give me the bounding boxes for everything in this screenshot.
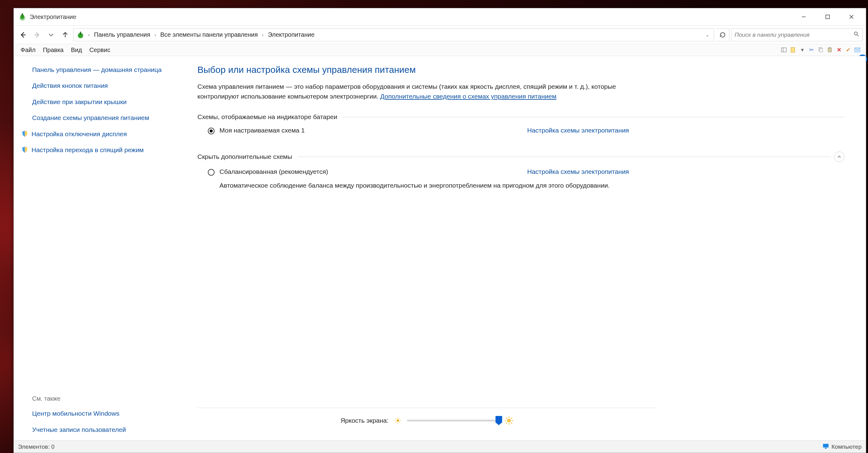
more-info-link[interactable]: Дополнительные сведения о схемах управле… <box>380 93 556 100</box>
brightness-slider[interactable] <box>407 420 499 421</box>
svg-line-34 <box>506 418 507 419</box>
paste-icon[interactable] <box>826 46 833 54</box>
plan-label: Моя настраиваемая схема 1 <box>219 127 305 134</box>
chevron-down-icon[interactable]: ▾ <box>799 46 806 54</box>
brightness-bar: Яркость экрана: <box>197 408 656 434</box>
sidebar-link-lid-close[interactable]: Действие при закрытии крышки <box>32 97 162 107</box>
svg-rect-9 <box>80 32 81 35</box>
breadcrumb-item[interactable]: Панель управления <box>92 30 152 39</box>
search-icon[interactable] <box>853 31 860 38</box>
radio-plan-balanced[interactable] <box>208 169 215 176</box>
section-battery-plans: Схемы, отображаемые на индикаторе батаре… <box>197 113 844 121</box>
see-also-label: См. также <box>32 389 162 402</box>
mail-icon[interactable] <box>854 46 861 54</box>
pane-icon[interactable] <box>780 46 787 54</box>
power-options-icon <box>76 31 85 39</box>
window-controls <box>792 11 863 23</box>
breadcrumb-item[interactable]: Все элементы панели управления <box>159 30 260 39</box>
check-icon[interactable]: ✔ <box>844 46 852 54</box>
sidebar-link-display-off[interactable]: Настройка отключения дисплея <box>32 129 162 139</box>
svg-line-37 <box>506 422 507 424</box>
statusbar-items-count: Элементов: 0 <box>18 444 55 450</box>
statusbar: Элементов: 0 Компьютер <box>14 441 866 453</box>
svg-rect-39 <box>825 448 827 449</box>
svg-rect-18 <box>829 47 831 49</box>
content: Выбор или настройка схемы управления пит… <box>170 56 866 441</box>
power-options-icon <box>18 12 27 21</box>
page-title: Выбор или настройка схемы управления пит… <box>197 65 844 75</box>
window-title: Электропитание <box>30 13 76 21</box>
menubar: Файл Правка Вид Сервис ▾ ✂ ✕ ✔ ? <box>14 44 866 56</box>
collapse-button[interactable] <box>834 152 844 162</box>
search-input[interactable] <box>735 32 851 38</box>
section-hide-additional: Скрыть дополнительные схемы <box>197 152 844 162</box>
note-icon[interactable] <box>789 46 797 54</box>
sun-dim-icon <box>394 417 402 424</box>
menu-edit[interactable]: Правка <box>39 45 67 55</box>
menu-view[interactable]: Вид <box>67 45 86 55</box>
svg-rect-14 <box>791 48 795 52</box>
plan-row-balanced: Сбалансированная (рекомендуется) Настрой… <box>197 162 632 179</box>
body: Панель управления — домашняя страница Де… <box>14 56 866 441</box>
svg-line-11 <box>857 35 859 36</box>
control-panel-window: Электропитание <box>13 8 866 453</box>
recent-dropdown[interactable] <box>45 29 57 41</box>
delete-icon[interactable]: ✕ <box>835 46 843 54</box>
svg-rect-16 <box>820 49 823 52</box>
page-description: Схема управления питанием — это набор па… <box>197 82 632 101</box>
sun-bright-icon <box>504 416 514 425</box>
menu-service[interactable]: Сервис <box>86 45 114 55</box>
forward-button[interactable] <box>31 29 43 41</box>
back-button[interactable] <box>17 29 29 41</box>
breadcrumb[interactable]: › Панель управления › Все элементы панел… <box>73 28 714 41</box>
plan-description: Автоматическое соблюдение баланса между … <box>197 179 632 193</box>
svg-rect-1 <box>22 13 23 17</box>
svg-line-35 <box>511 422 512 424</box>
svg-line-36 <box>511 418 512 419</box>
sidebar-link-create-plan[interactable]: Создание схемы управления питанием <box>32 113 162 122</box>
radio-plan-custom[interactable] <box>208 128 215 134</box>
svg-line-26 <box>399 422 400 423</box>
search-box[interactable] <box>731 28 863 41</box>
svg-rect-3 <box>826 15 830 19</box>
breadcrumb-item[interactable]: Электропитание <box>266 30 316 39</box>
menu-file[interactable]: Файл <box>17 45 39 55</box>
chevron-right-icon[interactable]: › <box>261 32 265 37</box>
chevron-down-icon[interactable]: ⌄ <box>706 32 712 38</box>
plan-row-custom: Моя настраиваемая схема 1 Настройка схем… <box>197 121 632 138</box>
svg-rect-38 <box>823 444 829 448</box>
svg-rect-12 <box>781 48 786 52</box>
slider-thumb[interactable] <box>496 416 502 425</box>
cut-icon[interactable]: ✂ <box>808 46 815 54</box>
copy-icon[interactable] <box>817 46 824 54</box>
plan-settings-link[interactable]: Настройка схемы электропитания <box>527 168 629 175</box>
plan-settings-link[interactable]: Настройка схемы электропитания <box>527 127 629 134</box>
sidebar: Панель управления — домашняя страница Де… <box>14 56 170 441</box>
computer-icon <box>823 443 829 451</box>
up-button[interactable] <box>59 29 71 41</box>
svg-point-10 <box>854 32 857 35</box>
sidebar-link-home[interactable]: Панель управления — домашняя страница <box>32 65 162 74</box>
minimize-button[interactable] <box>792 11 816 23</box>
svg-line-28 <box>396 422 396 423</box>
sidebar-link-sleep[interactable]: Настройка перехода в спящий режим <box>32 145 162 155</box>
close-button[interactable] <box>840 11 863 23</box>
sidebar-link-mobility-center[interactable]: Центр мобильности Windows <box>32 409 162 418</box>
shield-icon <box>21 146 28 153</box>
refresh-button[interactable] <box>716 28 730 41</box>
sidebar-link-power-buttons[interactable]: Действия кнопок питания <box>32 81 162 90</box>
sidebar-link-user-accounts[interactable]: Учетные записи пользователей <box>32 425 162 434</box>
svg-point-29 <box>507 419 511 423</box>
titlebar: Электропитание <box>14 8 866 25</box>
chevron-right-icon[interactable]: › <box>153 32 157 37</box>
maximize-button[interactable] <box>816 11 840 23</box>
brightness-label: Яркость экрана: <box>340 417 389 424</box>
chevron-right-icon[interactable]: › <box>87 32 91 37</box>
statusbar-right: Компьютер <box>832 444 862 450</box>
svg-line-25 <box>396 418 396 419</box>
address-bar: › Панель управления › Все элементы панел… <box>14 25 866 44</box>
shield-icon <box>21 130 28 138</box>
plan-label: Сбалансированная (рекомендуется) <box>219 168 328 175</box>
svg-point-20 <box>397 419 399 422</box>
toolbar-icons: ▾ ✂ ✕ ✔ <box>780 46 863 54</box>
